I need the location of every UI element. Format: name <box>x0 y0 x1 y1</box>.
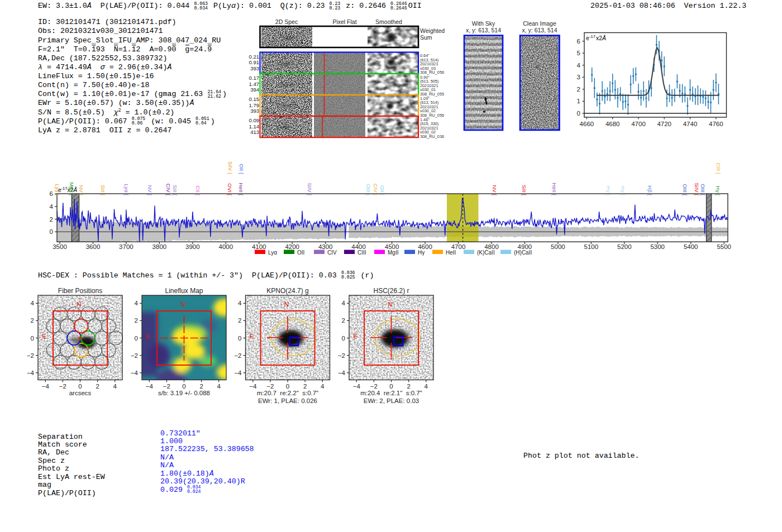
svg-text:5000: 5000 <box>551 243 565 250</box>
svg-text:With Sky: With Sky <box>472 20 495 27</box>
svg-text:−2: −2 <box>131 352 138 359</box>
svg-text:Hγ: Hγ <box>418 250 425 256</box>
svg-text:Hγ {: Hγ { <box>605 186 612 195</box>
svg-text:3: 3 <box>577 74 580 80</box>
svg-text:393: 393 <box>250 108 259 114</box>
svg-text:1: 1 <box>577 98 580 104</box>
svg-text:NV {: NV { <box>78 185 84 195</box>
svg-text:0.21: 0.21 <box>249 54 260 60</box>
svg-text:HSC-DEX : Possible Matches = 1: HSC-DEX : Possible Matches = 1 (within +… <box>38 271 341 280</box>
svg-text:4700: 4700 <box>631 121 646 127</box>
svg-text:MgII: MgII <box>388 250 398 256</box>
svg-text:0.034: 0.034 <box>194 6 208 11</box>
svg-text:20.39(20.39,20.40)R: 20.39(20.39,20.40)R <box>160 477 245 486</box>
svg-text:1.80(±0.18): 1.80(±0.18) <box>160 469 209 478</box>
svg-text:(r): (r) <box>356 271 374 280</box>
svg-text:−4: −4 <box>146 383 154 390</box>
svg-text:1.79: 1.79 <box>249 102 260 108</box>
svg-text:6: 6 <box>50 190 53 197</box>
svg-text:= 1.0(±0.2): = 1.0(±0.2) <box>121 108 175 117</box>
svg-text:Obs: 20210321v030_3012101471: Obs: 20210321v030_3012101471 <box>38 27 163 35</box>
svg-text:0.15: 0.15 <box>249 96 260 102</box>
svg-text:LyA z = 2.8781 OII z = 0.2647: LyA z = 2.8781 OII z = 0.2647 <box>38 126 171 135</box>
svg-text:4: 4 <box>217 383 221 390</box>
svg-text:arcsecs: arcsecs <box>69 390 92 396</box>
svg-text:MgII {: MgII { <box>69 182 75 195</box>
svg-text:): ) <box>222 90 227 98</box>
svg-text:EW: 3.3±1.0: EW: 3.3±1.0 <box>38 2 87 10</box>
svg-text:0.04: 0.04 <box>196 121 207 126</box>
svg-text:3600: 3600 <box>86 243 101 250</box>
svg-text:= 2.96(±0.34): = 2.96(±0.34) <box>105 63 168 71</box>
svg-text:-17: -17 <box>589 34 595 39</box>
svg-text:4: 4 <box>31 300 35 306</box>
svg-text:2: 2 <box>199 383 203 390</box>
svg-text:OII: OII <box>408 2 422 10</box>
svg-text:−2: −2 <box>266 383 274 390</box>
svg-text:s/b: 3.19 +/- 0.088: s/b: 3.19 +/- 0.088 <box>158 390 210 396</box>
svg-text:CIV {: CIV { <box>165 184 171 196</box>
svg-text:E: E <box>250 333 254 339</box>
svg-text:S/N = 8.5(±0.5): S/N = 8.5(±0.5) <box>38 108 114 117</box>
svg-text:Fiber Positions: Fiber Positions <box>58 287 102 295</box>
svg-text:E: E <box>353 333 357 339</box>
svg-text:Smoothed: Smoothed <box>375 18 402 25</box>
svg-text:4: 4 <box>113 383 117 390</box>
svg-text:4740: 4740 <box>683 121 698 127</box>
svg-text:0.029: 0.029 <box>160 486 187 494</box>
svg-text:P(LAE)/P(OII): P(LAE)/P(OII) <box>38 489 96 497</box>
svg-text:1.47: 1.47 <box>249 81 260 87</box>
svg-text:Photo z: Photo z <box>38 464 69 473</box>
svg-text:5300: 5300 <box>650 243 665 250</box>
svg-text:Cont(w) = 1.10(±0.01)e-17 (gma: Cont(w) = 1.10(±0.01)e-17 (gmag 21.63 <box>38 90 207 98</box>
svg-text:0: 0 <box>238 335 241 342</box>
svg-text:(w: 0.045: (w: 0.045 <box>146 117 196 126</box>
svg-text:NV {: NV { <box>147 185 153 195</box>
svg-text:−4: −4 <box>27 370 35 376</box>
svg-text:OIII {: OIII { <box>365 184 371 195</box>
svg-text:0: 0 <box>286 383 289 390</box>
svg-text:5500: 5500 <box>717 243 731 250</box>
svg-text:Hγ {: Hγ { <box>620 186 626 195</box>
svg-text:0.06: 0.06 <box>132 121 143 126</box>
svg-text:4760: 4760 <box>709 121 723 127</box>
svg-text:Est LyA rest-EW: Est LyA rest-EW <box>38 473 105 481</box>
svg-text:Lyα {: Lyα { <box>123 184 130 196</box>
svg-text:3900: 3900 <box>185 243 200 250</box>
svg-text:5200: 5200 <box>617 243 632 250</box>
svg-text:SiIV {: SiIV { <box>227 161 233 174</box>
svg-text:F=2.1" T=0.193 N=1.12 A=0.9: F=2.1" T=0.193 N=1.12 A=0.90 g=24.9 <box>38 45 212 54</box>
svg-text:Match score: Match score <box>38 440 87 449</box>
svg-text:SiIV {: SiIV { <box>694 183 700 195</box>
svg-text:Hβ {: Hβ { <box>647 185 653 195</box>
svg-text:): 0.001 Q(z): 0.23: ): 0.001 Q(z): 0.23 <box>236 2 330 10</box>
svg-text:CIII {: CIII { <box>716 162 722 174</box>
svg-text:Primary Spec_Slot_IFU_AMP: 308: Primary Spec_Slot_IFU_AMP: 308_047_024_R… <box>38 36 221 45</box>
svg-text:OII {: OII { <box>239 164 245 174</box>
svg-text:HeII {: HeII { <box>551 183 557 195</box>
svg-text:187.522235, 53.389658: 187.522235, 53.389658 <box>160 445 254 453</box>
svg-text:−2: −2 <box>370 383 378 390</box>
svg-text:−4: −4 <box>249 383 257 390</box>
svg-text:6: 6 <box>577 38 580 45</box>
svg-text:HeII {: HeII { <box>238 183 244 195</box>
svg-text:CII {: CII { <box>195 186 201 196</box>
svg-text:−2: −2 <box>27 352 34 359</box>
svg-text:RA, Dec: RA, Dec <box>38 448 69 457</box>
svg-text:N/A: N/A <box>160 461 174 469</box>
svg-text:−4: −4 <box>234 370 242 376</box>
svg-text:OVI {: OVI { <box>227 183 233 195</box>
svg-text:= 4714.49: = 4714.49 <box>42 63 87 71</box>
svg-text:0: 0 <box>31 335 34 342</box>
svg-text:2025-01-03 08:46:06 Version 1: 2025-01-03 08:46:06 Version 1.22.3 <box>590 2 746 10</box>
svg-text:EWr: 2, PLAE: 0.03: EWr: 2, PLAE: 0.03 <box>364 397 419 404</box>
svg-text:2: 2 <box>407 383 410 390</box>
svg-text:0.09: 0.09 <box>249 117 260 123</box>
svg-text:2: 2 <box>31 317 34 324</box>
svg-text:−4: −4 <box>131 370 139 376</box>
svg-text:Å: Å <box>209 469 214 478</box>
svg-text:Å: Å <box>167 63 172 71</box>
svg-text:394: 394 <box>250 87 259 93</box>
svg-text:−2: −2 <box>338 352 345 359</box>
svg-text:Å: Å <box>87 2 92 10</box>
